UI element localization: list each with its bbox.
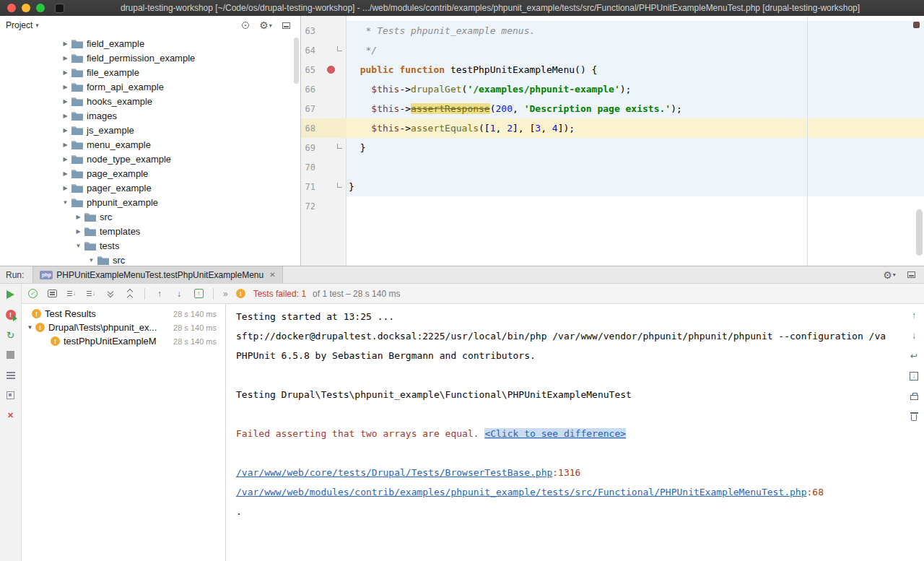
sort-alphabetically-icon[interactable]: ↓ <box>84 287 97 300</box>
editor-line[interactable]: 70 <box>301 157 924 177</box>
chevron-right-icon[interactable]: ▶ <box>61 84 70 90</box>
editor-line[interactable]: 71} <box>301 177 924 196</box>
chevron-right-icon[interactable]: ▶ <box>61 127 70 134</box>
project-view-selector[interactable]: Project ▾ <box>6 20 39 30</box>
project-tree-item[interactable]: ▼tests <box>0 238 300 253</box>
next-failed-test-icon[interactable]: ↓ <box>173 287 186 300</box>
chevron-down-icon[interactable]: ▼ <box>26 324 34 331</box>
run-settings-gear-icon[interactable]: ⚙▾ <box>884 269 895 281</box>
test-tree-item[interactable]: !Test Results28 s 140 ms <box>22 307 225 321</box>
project-tree-item[interactable]: ▶field_example <box>0 36 300 51</box>
restore-layout-button[interactable] <box>4 369 17 381</box>
sort-by-duration-icon[interactable]: ↓ <box>65 287 78 300</box>
pin-tab-button[interactable] <box>4 389 17 401</box>
chevron-right-icon[interactable]: ▶ <box>61 170 70 177</box>
editor-line[interactable]: 66 $this->drupalGet('/examples/phpunit-e… <box>301 79 924 99</box>
line-number: 66 <box>301 84 315 95</box>
project-tree-item[interactable]: ▼src <box>0 253 300 266</box>
show-ignored-icon[interactable] <box>45 287 58 300</box>
run-tab[interactable]: php PHPUnitExampleMenuTest.testPhpUnitEx… <box>32 266 282 283</box>
collapse-all-icon[interactable] <box>123 287 136 300</box>
project-tree-item[interactable]: ▶menu_example <box>0 137 300 152</box>
editor[interactable]: 63 * Tests phpunit_example menus.64 */65… <box>301 16 924 266</box>
code-text: $this->assertEquals([1, 2], [3, 4]); <box>346 118 924 138</box>
chevron-right-icon[interactable]: ▶ <box>61 55 70 61</box>
stop-button[interactable] <box>4 349 17 361</box>
minimize-window-button[interactable] <box>22 4 30 12</box>
editor-gutter-cell: 68 <box>301 118 346 138</box>
test-history-icon[interactable]: ↑ <box>192 287 205 300</box>
editor-line[interactable]: 69 } <box>301 138 924 157</box>
soft-wrap-icon[interactable]: ↩ <box>908 350 920 362</box>
editor-line[interactable]: 72 <box>301 196 924 216</box>
project-tree-item[interactable]: ▶images <box>0 108 300 123</box>
rerun-failed-tests-button[interactable]: ! <box>4 308 17 321</box>
project-panel-header: Project ▾ ⚙▾ <box>0 16 300 35</box>
toolbar-overflow-icon[interactable]: » <box>223 289 228 299</box>
rerun-button[interactable] <box>4 288 17 300</box>
expand-all-icon[interactable] <box>104 287 117 300</box>
hide-tool-window-icon[interactable] <box>905 269 917 281</box>
zoom-window-button[interactable] <box>36 4 45 12</box>
chevron-down-icon[interactable]: ▼ <box>74 243 83 249</box>
project-tree-scrollbar[interactable] <box>294 38 299 84</box>
scroll-up-icon[interactable]: ↑ <box>908 310 920 321</box>
editor-line[interactable]: 65 public function testPhpUnitExampleMen… <box>301 60 924 79</box>
chevron-down-icon[interactable]: ▼ <box>87 257 96 264</box>
chevron-down-icon[interactable]: ▼ <box>61 199 70 206</box>
project-tree-item[interactable]: ▶hooks_example <box>0 94 300 108</box>
project-tree-item[interactable]: ▶form_api_example <box>0 79 300 94</box>
clear-all-icon[interactable] <box>908 411 920 422</box>
chevron-right-icon[interactable]: ▶ <box>74 214 83 220</box>
editor-scrollbar[interactable] <box>916 209 923 256</box>
fold-marker-icon[interactable] <box>337 144 342 149</box>
project-tree-item[interactable]: ▶pager_example <box>0 181 300 195</box>
fold-marker-icon[interactable] <box>337 183 342 188</box>
previous-failed-test-icon[interactable]: ↑ <box>153 287 166 300</box>
toggle-auto-test-button[interactable]: ↻ <box>4 329 17 341</box>
chevron-right-icon[interactable]: ▶ <box>61 113 70 119</box>
project-tree-item[interactable]: ▶src <box>0 209 300 224</box>
chevron-right-icon[interactable]: ▶ <box>61 185 70 191</box>
project-tree-item[interactable]: ▶js_example <box>0 123 300 137</box>
close-tab-icon[interactable]: ✕ <box>269 271 275 279</box>
console-line: Testing started at 13:25 ... <box>236 307 902 326</box>
project-tree-item[interactable]: ▶templates <box>0 224 300 238</box>
editor-line[interactable]: 67 $this->assertResponse(200, 'Descripti… <box>301 99 924 118</box>
chevron-right-icon[interactable]: ▶ <box>61 98 70 105</box>
breakpoint-icon[interactable] <box>327 66 335 74</box>
console-link[interactable]: /var/www/web/modules/contrib/examples/ph… <box>236 487 807 497</box>
console-link[interactable]: <Click to see difference> <box>484 428 626 439</box>
test-tree-item[interactable]: !testPhpUnitExampleM28 s 140 ms <box>22 334 225 348</box>
hide-panel-icon[interactable] <box>280 19 292 31</box>
scroll-down-icon[interactable]: ↓ <box>908 330 920 342</box>
project-tree-item[interactable]: ▶field_permission_example <box>0 51 300 65</box>
chevron-right-icon[interactable]: ▶ <box>61 142 70 148</box>
title-bar: drupal-testing-workshop [~/Code/os/drupa… <box>0 0 924 16</box>
folder-icon <box>97 256 109 265</box>
chevron-right-icon[interactable]: ▶ <box>61 156 70 162</box>
print-icon[interactable] <box>908 391 920 402</box>
inspection-indicator-icon[interactable] <box>913 22 920 28</box>
editor-line[interactable]: 63 * Tests phpunit_example menus. <box>301 21 924 40</box>
code-text: $this->assertResponse(200, 'Description … <box>346 99 924 118</box>
console-link[interactable]: /var/www/web/core/tests/Drupal/Tests/Bro… <box>236 467 552 478</box>
close-run-panel-button[interactable]: ✕ <box>4 409 17 422</box>
chevron-right-icon[interactable]: ▶ <box>61 40 70 47</box>
test-tree-item[interactable]: ▼!Drupal\Tests\phpunit_ex...28 s 140 ms <box>22 321 225 334</box>
chevron-right-icon[interactable]: ▶ <box>74 228 83 235</box>
project-tree-item[interactable]: ▼phpunit_example <box>0 195 300 209</box>
project-tree-item[interactable]: ▶file_example <box>0 65 300 79</box>
editor-line[interactable]: 64 */ <box>301 40 924 60</box>
scroll-to-end-icon[interactable]: ↓ <box>908 370 920 382</box>
editor-line[interactable]: 68 $this->assertEquals([1, 2], [3, 4]); <box>301 118 924 138</box>
project-tree-item[interactable]: ▶page_example <box>0 166 300 181</box>
fold-marker-icon[interactable] <box>337 46 342 51</box>
chevron-right-icon[interactable]: ▶ <box>61 69 70 76</box>
line-number: 71 <box>301 182 315 192</box>
project-tree-item[interactable]: ▶node_type_example <box>0 152 300 166</box>
close-window-button[interactable] <box>7 4 16 12</box>
show-passed-icon[interactable]: ✓ <box>26 287 39 300</box>
settings-gear-icon[interactable]: ⚙▾ <box>260 19 271 31</box>
locate-file-icon[interactable] <box>240 19 251 31</box>
